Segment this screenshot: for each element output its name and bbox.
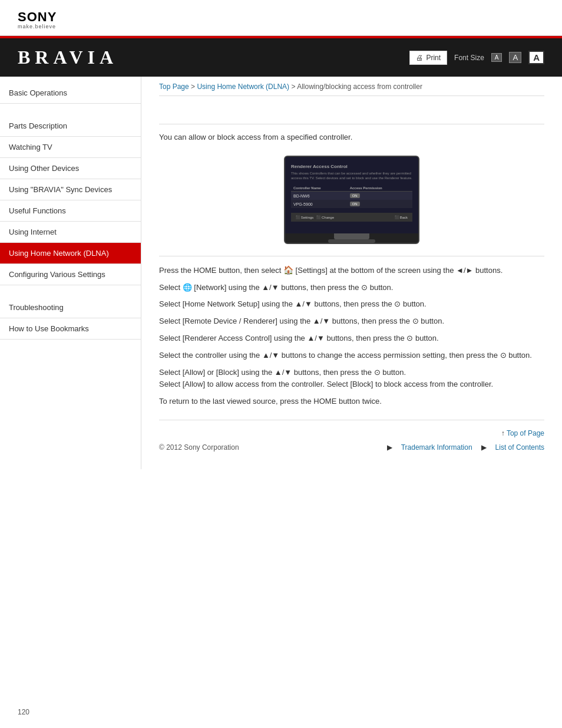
sidebar-item-parts-description[interactable]: Parts Description bbox=[0, 116, 141, 137]
divider-mid bbox=[159, 256, 544, 256]
title-spacer bbox=[159, 105, 544, 117]
breadcrumb-sep2: > bbox=[291, 83, 297, 91]
instruction-7: Select [Allow] or [Block] using the ▲/▼ … bbox=[159, 367, 544, 391]
breadcrumb-sep1: > bbox=[191, 83, 197, 91]
brand-bar: BRAVIA 🖨 Print Font Size A A A bbox=[0, 36, 562, 77]
footer-links: ▶ Trademark Information ▶ List of Conten… bbox=[387, 443, 544, 452]
trademark-link[interactable]: Trademark Information bbox=[401, 443, 472, 452]
header: SONY make.believe bbox=[0, 0, 562, 36]
tv-row-2: VPG-5900 ON bbox=[291, 200, 412, 208]
font-small-button[interactable]: A bbox=[491, 53, 503, 62]
top-of-page-link[interactable]: Top of Page bbox=[507, 429, 544, 437]
instruction-4: Select [Remote Device / Renderer] using … bbox=[159, 315, 544, 328]
content-area: Top Page > Using Home Network (DLNA) > A… bbox=[141, 77, 562, 469]
breadcrumb-top-page[interactable]: Top Page bbox=[159, 83, 189, 91]
tv-screen-subtitle: This shows Controllers that can be acces… bbox=[291, 172, 412, 181]
tv-col-permission: Access Permission bbox=[348, 185, 412, 192]
page-wrapper: SONY make.believe BRAVIA 🖨 Print Font Si… bbox=[0, 0, 562, 728]
tv-col-name: Controller Name bbox=[291, 185, 348, 192]
print-button[interactable]: 🖨 Print bbox=[409, 51, 447, 65]
sidebar-item-how-to-use-bookmarks[interactable]: How to Use Bookmarks bbox=[0, 318, 141, 340]
sony-logo: SONY bbox=[18, 11, 544, 24]
sidebar-item-troubleshooting[interactable]: Troubleshooting bbox=[0, 297, 141, 318]
sony-tagline: make.believe bbox=[18, 24, 544, 29]
tv-screen: Renderer Access Control This shows Contr… bbox=[285, 157, 418, 233]
tv-stand bbox=[334, 233, 369, 239]
sidebar-item-using-bravia-sync[interactable]: Using "BRAVIA" Sync Devices bbox=[0, 179, 141, 200]
tv-footer: ⬛ Settings ⬛ Change ⬛ Back bbox=[291, 213, 412, 222]
tv-base bbox=[328, 239, 375, 243]
sidebar-item-configuring-various-settings[interactable]: Configuring Various Settings bbox=[0, 264, 141, 285]
sidebar-item-basic-operations[interactable]: Basic Operations bbox=[0, 83, 141, 104]
tv-screen-title: Renderer Access Control bbox=[291, 164, 412, 169]
intro-text: You can allow or block access from a spe… bbox=[159, 131, 544, 144]
page-number: 120 bbox=[18, 708, 29, 716]
font-medium-button[interactable]: A bbox=[509, 52, 521, 63]
printer-icon: 🖨 bbox=[416, 54, 423, 62]
main-layout: Basic Operations Parts Description Watch… bbox=[0, 77, 562, 469]
tv-permission-2: ON bbox=[348, 200, 412, 208]
instruction-6: Select the controller using the ▲/▼ butt… bbox=[159, 350, 544, 362]
bravia-title: BRAVIA bbox=[18, 47, 118, 68]
footer: ↑ Top of Page © 2012 Sony Corporation ▶ … bbox=[159, 420, 544, 452]
sidebar: Basic Operations Parts Description Watch… bbox=[0, 77, 141, 469]
instruction-3: Select [Home Network Setup] using the ▲/… bbox=[159, 298, 544, 311]
tv-screenshot: Renderer Access Control This shows Contr… bbox=[284, 156, 419, 244]
breadcrumb-current: Allowing/blocking access from controller bbox=[297, 83, 422, 91]
font-large-button[interactable]: A bbox=[528, 51, 544, 64]
sidebar-item-using-internet[interactable]: Using Internet bbox=[0, 222, 141, 243]
return-note: To return to the last viewed source, pre… bbox=[159, 396, 544, 408]
tv-screenshot-wrapper: Renderer Access Control This shows Contr… bbox=[159, 156, 544, 244]
tv-permission-1: ON bbox=[348, 192, 412, 200]
sidebar-item-useful-functions[interactable]: Useful Functions bbox=[0, 200, 141, 222]
instructions: Press the HOME button, then select 🏠 [Se… bbox=[159, 263, 544, 391]
instruction-2: Select 🌐 [Network] using the ▲/▼ buttons… bbox=[159, 282, 544, 294]
breadcrumb: Top Page > Using Home Network (DLNA) > A… bbox=[159, 77, 544, 96]
sidebar-item-using-other-devices[interactable]: Using Other Devices bbox=[0, 158, 141, 179]
print-label: Print bbox=[426, 54, 441, 62]
sidebar-item-using-home-network[interactable]: Using Home Network (DLNA) bbox=[0, 243, 141, 264]
instruction-1: Press the HOME button, then select 🏠 [Se… bbox=[159, 263, 544, 277]
arrow-up-icon: ↑ bbox=[501, 429, 507, 437]
tv-footer-settings: ⬛ Settings ⬛ Change bbox=[296, 215, 334, 219]
top-of-page: ↑ Top of Page bbox=[159, 429, 544, 437]
footer-bottom: © 2012 Sony Corporation ▶ Trademark Info… bbox=[159, 443, 544, 452]
tv-row-1: BD-NW6 ON bbox=[291, 192, 412, 200]
instruction-5: Select [Renderer Access Control] using t… bbox=[159, 332, 544, 345]
sidebar-gap-2 bbox=[0, 285, 141, 297]
sidebar-item-watching-tv[interactable]: Watching TV bbox=[0, 137, 141, 158]
font-size-label: Font Size bbox=[454, 54, 484, 62]
tv-device-2: VPG-5900 bbox=[291, 200, 348, 208]
toolbar-right: 🖨 Print Font Size A A A bbox=[409, 51, 544, 65]
sidebar-gap-1 bbox=[0, 104, 141, 116]
trademark-arrow: ▶ bbox=[387, 443, 392, 452]
list-of-contents-link[interactable]: List of Contents bbox=[495, 443, 544, 452]
contents-arrow: ▶ bbox=[481, 443, 487, 452]
tv-footer-back: ⬛ Back bbox=[395, 215, 408, 219]
tv-table: Controller Name Access Permission BD-NW6… bbox=[291, 185, 412, 208]
tv-device-1: BD-NW6 bbox=[291, 192, 348, 200]
divider-top bbox=[159, 124, 544, 124]
breadcrumb-using-home-network[interactable]: Using Home Network (DLNA) bbox=[197, 83, 289, 91]
footer-copyright: © 2012 Sony Corporation bbox=[159, 443, 239, 452]
